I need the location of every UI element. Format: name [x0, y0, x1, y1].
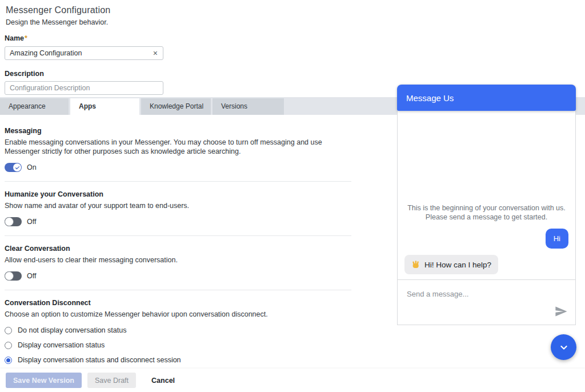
toggle-knob — [13, 163, 21, 171]
section-conversation-disconnect: Conversation Disconnect Choose an option… — [5, 299, 351, 365]
section-description: Choose an option to customize Messenger … — [5, 310, 347, 319]
chat-header-title: Message Us — [406, 93, 454, 103]
radio-label: Do not display conversation status — [18, 326, 126, 334]
radio-button[interactable] — [5, 327, 12, 334]
outbound-message-bubble: Hi — [546, 229, 568, 249]
toggle-state-label: Off — [27, 272, 36, 280]
radio-button[interactable] — [5, 342, 12, 349]
section-title: Conversation Disconnect — [5, 299, 351, 307]
name-input[interactable] — [10, 49, 153, 57]
humanize-toggle[interactable] — [5, 217, 22, 226]
apps-tab-content: Messaging Enable messaging conversations… — [0, 115, 396, 369]
chat-header: Message Us — [397, 85, 576, 111]
section-messaging: Messaging Enable messaging conversations… — [5, 127, 351, 172]
message-input[interactable]: Send a message... — [398, 279, 575, 325]
radio-do-not-display-status[interactable]: Do not display conversation status — [5, 326, 351, 335]
name-label: Name* — [5, 34, 27, 42]
toggle-state-label: Off — [27, 218, 36, 226]
save-new-version-button[interactable]: Save New Version — [6, 373, 82, 388]
waving-hand-icon — [411, 260, 420, 269]
tab-knowledge-portal[interactable]: Knowledge Portal — [141, 98, 211, 115]
check-icon — [15, 165, 20, 170]
radio-display-status[interactable]: Display conversation status — [5, 341, 351, 350]
clear-conversation-toggle[interactable] — [5, 271, 22, 281]
toggle-state-label: On — [27, 163, 37, 171]
section-description: Enable messaging conversations in your M… — [5, 138, 347, 156]
section-description: Show name and avatar of your support tea… — [5, 201, 347, 210]
radio-label: Display conversation status and disconne… — [18, 356, 181, 364]
section-title: Messaging — [5, 127, 351, 135]
section-clear-conversation: Clear Conversation Allow end-users to cl… — [5, 245, 351, 281]
conversation-intro-text: This is the beginning of your conversati… — [404, 203, 568, 222]
chat-message-list: This is the beginning of your conversati… — [398, 111, 575, 279]
save-draft-button[interactable]: Save Draft — [87, 373, 136, 388]
radio-button-selected[interactable] — [5, 357, 12, 364]
tab-appearance[interactable]: Appearance — [0, 98, 69, 115]
radio-display-status-and-disconnect[interactable]: Display conversation status and disconne… — [5, 355, 351, 365]
radio-label: Display conversation status — [18, 341, 105, 349]
inbound-message-text: Hi! How can I help? — [424, 261, 491, 269]
messenger-configuration-page: Messenger Configuration Design the Messe… — [0, 0, 585, 392]
description-label: Description — [5, 70, 163, 78]
clear-input-icon[interactable]: × — [153, 49, 158, 57]
chevron-down-icon — [558, 342, 570, 353]
toggle-knob — [5, 217, 14, 226]
page-subtitle: Design the Messenger behavior. — [6, 18, 110, 26]
section-humanize: Humanize your Conversation Show name and… — [5, 190, 351, 226]
message-input-placeholder: Send a message... — [407, 290, 468, 298]
chat-body: This is the beginning of your conversati… — [397, 111, 576, 325]
section-title: Clear Conversation — [5, 245, 351, 253]
name-input-wrapper: × — [5, 46, 163, 60]
inbound-message-bubble: Hi! How can I help? — [404, 255, 498, 274]
toggle-knob — [5, 271, 14, 281]
description-input[interactable] — [10, 84, 158, 92]
section-divider — [5, 181, 351, 182]
section-title: Humanize your Conversation — [5, 190, 351, 198]
section-divider — [5, 290, 351, 290]
tab-apps[interactable]: Apps — [70, 98, 139, 115]
cancel-button[interactable]: Cancel — [144, 373, 182, 388]
messaging-toggle[interactable] — [5, 163, 22, 172]
messenger-launcher-button[interactable] — [551, 334, 576, 360]
tab-versions[interactable]: Versions — [213, 98, 284, 115]
send-icon[interactable] — [554, 305, 568, 318]
config-form: Name* × Description — [5, 33, 163, 95]
description-input-wrapper — [5, 81, 163, 95]
page-header: Messenger Configuration Design the Messe… — [6, 5, 110, 26]
messenger-preview-widget: Message Us This is the beginning of your… — [397, 85, 576, 325]
section-divider — [5, 235, 351, 236]
footer-action-bar: Save New Version Save Draft Cancel — [0, 369, 585, 392]
page-title: Messenger Configuration — [6, 5, 110, 15]
required-asterisk: * — [25, 34, 27, 42]
section-description: Allow end-users to clear their messaging… — [5, 255, 347, 265]
